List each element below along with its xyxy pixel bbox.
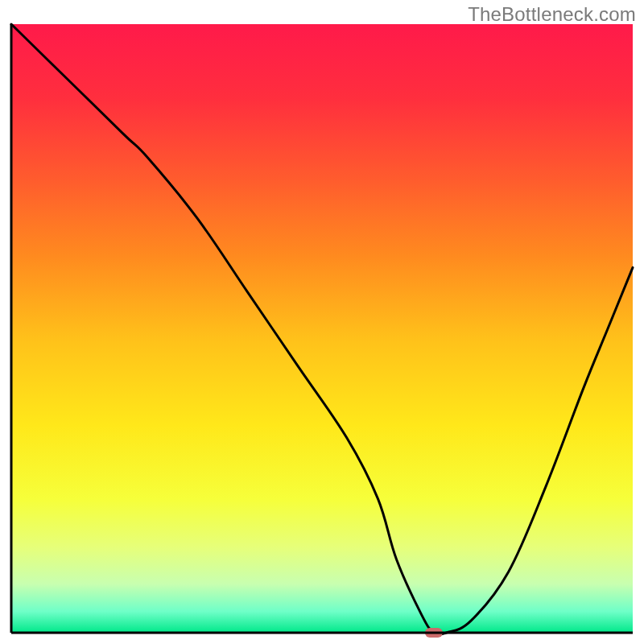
chart-canvas xyxy=(0,0,644,644)
watermark-label: TheBottleneck.com xyxy=(468,3,636,26)
bottleneck-chart: TheBottleneck.com xyxy=(0,0,644,644)
